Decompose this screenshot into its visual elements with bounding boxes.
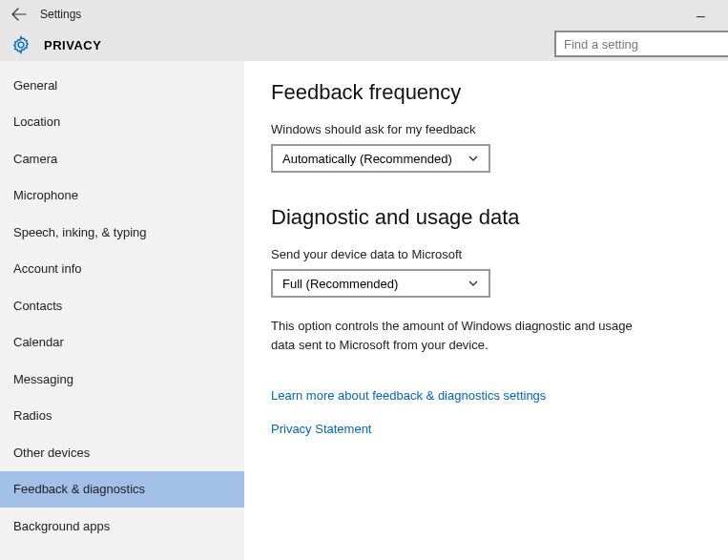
sidebar-item-label: General (13, 78, 57, 93)
feedback-frequency-label: Windows should ask for my feedback (271, 122, 701, 136)
dropdown-value: Full (Recommended) (282, 277, 398, 291)
sidebar: General Location Camera Microphone Speec… (0, 61, 244, 560)
section-feedback-frequency: Feedback frequency Windows should ask fo… (271, 80, 701, 173)
header: PRIVACY Find a setting (0, 29, 728, 61)
title-bar: Settings – (0, 0, 728, 29)
section-diagnostic-data: Diagnostic and usage data Send your devi… (271, 205, 701, 354)
minimize-button[interactable]: – (697, 8, 705, 25)
diagnostic-data-dropdown[interactable]: Full (Recommended) (271, 269, 490, 298)
sidebar-item-microphone[interactable]: Microphone (0, 177, 244, 215)
sidebar-item-label: Other devices (13, 446, 90, 460)
sidebar-item-label: Camera (13, 152, 57, 166)
content: Feedback frequency Windows should ask fo… (244, 61, 728, 560)
search-input[interactable]: Find a setting (554, 31, 728, 57)
sidebar-item-label: Location (13, 114, 60, 129)
sidebar-item-location[interactable]: Location (0, 104, 244, 141)
sidebar-item-camera[interactable]: Camera (0, 140, 244, 177)
feedback-frequency-dropdown[interactable]: Automatically (Recommended) (271, 144, 490, 173)
sidebar-item-label: Radios (13, 408, 52, 423)
sidebar-item-account-info[interactable]: Account info (0, 251, 244, 288)
chevron-down-icon (468, 153, 479, 164)
sidebar-item-background-apps[interactable]: Background apps (0, 508, 244, 545)
search-placeholder: Find a setting (564, 37, 638, 52)
sidebar-item-speech[interactable]: Speech, inking, & typing (0, 214, 244, 251)
sidebar-item-label: Contacts (13, 299, 62, 313)
gear-icon (11, 35, 31, 54)
chevron-down-icon (468, 278, 479, 289)
section-heading: Diagnostic and usage data (271, 205, 701, 230)
diagnostic-data-description: This option controls the amount of Windo… (271, 317, 634, 354)
sidebar-item-calendar[interactable]: Calendar (0, 324, 244, 362)
diagnostic-data-label: Send your device data to Microsoft (271, 247, 701, 261)
sidebar-item-radios[interactable]: Radios (0, 398, 244, 435)
sidebar-item-label: Background apps (13, 519, 110, 533)
sidebar-item-feedback-diagnostics[interactable]: Feedback & diagnostics (0, 471, 244, 508)
window-title: Settings (40, 8, 81, 21)
sidebar-item-other-devices[interactable]: Other devices (0, 434, 244, 471)
body: General Location Camera Microphone Speec… (0, 61, 728, 560)
sidebar-item-general[interactable]: General (0, 67, 244, 104)
dropdown-value: Automatically (Recommended) (282, 152, 452, 166)
sidebar-item-label: Calendar (13, 335, 64, 349)
back-button[interactable] (8, 3, 31, 26)
settings-gear-icon[interactable] (11, 35, 31, 54)
privacy-statement-link[interactable]: Privacy Statement (271, 422, 701, 436)
sidebar-item-label: Account info (13, 261, 82, 276)
learn-more-link[interactable]: Learn more about feedback & diagnostics … (271, 388, 701, 403)
sidebar-item-messaging[interactable]: Messaging (0, 361, 244, 398)
sidebar-item-contacts[interactable]: Contacts (0, 287, 244, 324)
sidebar-item-label: Messaging (13, 372, 73, 386)
section-heading: Feedback frequency (271, 80, 701, 105)
category-title: PRIVACY (44, 38, 101, 52)
sidebar-item-label: Speech, inking, & typing (13, 225, 146, 239)
back-arrow-icon (11, 7, 27, 22)
sidebar-item-label: Feedback & diagnostics (13, 482, 145, 496)
sidebar-item-label: Microphone (13, 188, 78, 202)
